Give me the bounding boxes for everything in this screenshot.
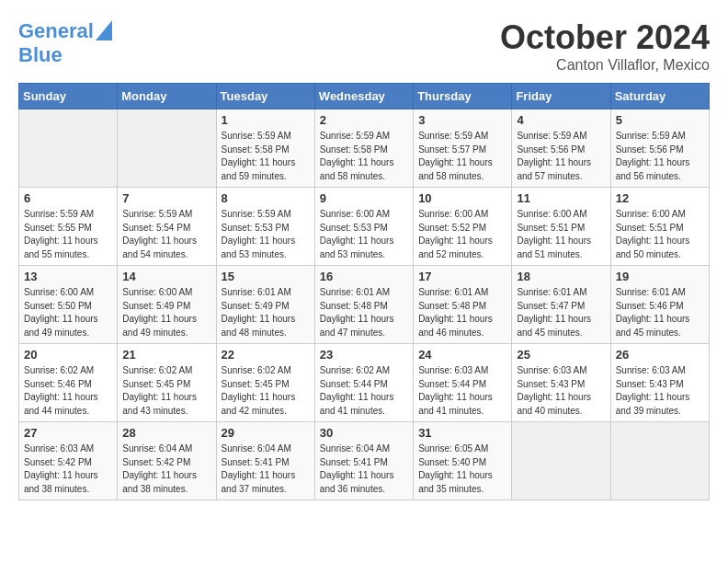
day-number: 16: [320, 270, 408, 283]
calendar-cell: 16Sunrise: 6:01 AM Sunset: 5:48 PM Dayli…: [314, 266, 413, 344]
calendar-cell: [610, 422, 709, 500]
weekday-header-saturday: Saturday: [610, 84, 709, 109]
day-info: Sunrise: 6:04 AM Sunset: 5:41 PM Dayligh…: [320, 442, 408, 496]
day-number: 17: [418, 270, 506, 283]
calendar-cell: 23Sunrise: 6:02 AM Sunset: 5:44 PM Dayli…: [314, 344, 413, 422]
day-info: Sunrise: 5:59 AM Sunset: 5:57 PM Dayligh…: [418, 130, 506, 183]
day-info: Sunrise: 5:59 AM Sunset: 5:54 PM Dayligh…: [122, 208, 210, 261]
calendar-cell: 17Sunrise: 6:01 AM Sunset: 5:48 PM Dayli…: [414, 266, 512, 344]
calendar-header: SundayMondayTuesdayWednesdayThursdayFrid…: [19, 84, 710, 109]
day-info: Sunrise: 5:59 AM Sunset: 5:58 PM Dayligh…: [222, 130, 310, 183]
calendar-cell: [118, 109, 216, 188]
calendar-cell: 18Sunrise: 6:01 AM Sunset: 5:47 PM Dayli…: [512, 266, 610, 344]
day-info: Sunrise: 6:02 AM Sunset: 5:45 PM Dayligh…: [122, 364, 210, 418]
day-info: Sunrise: 6:03 AM Sunset: 5:43 PM Dayligh…: [517, 364, 605, 418]
calendar-cell: 30Sunrise: 6:04 AM Sunset: 5:41 PM Dayli…: [314, 422, 413, 500]
day-number: 21: [122, 348, 210, 362]
calendar-cell: 21Sunrise: 6:02 AM Sunset: 5:45 PM Dayli…: [118, 344, 216, 422]
day-info: Sunrise: 6:00 AM Sunset: 5:50 PM Dayligh…: [24, 286, 112, 339]
calendar-cell: 11Sunrise: 6:00 AM Sunset: 5:51 PM Dayli…: [512, 188, 610, 266]
title-block: October 2024 Canton Villaflor, Mexico: [500, 18, 710, 74]
day-number: 11: [517, 191, 605, 205]
day-number: 8: [222, 191, 310, 205]
calendar-cell: 14Sunrise: 6:00 AM Sunset: 5:49 PM Dayli…: [118, 266, 216, 344]
weekday-header-row: SundayMondayTuesdayWednesdayThursdayFrid…: [19, 84, 710, 109]
calendar-title: October 2024: [500, 18, 710, 57]
day-number: 18: [517, 270, 605, 283]
day-number: 24: [418, 348, 506, 362]
calendar-cell: 12Sunrise: 6:00 AM Sunset: 5:51 PM Dayli…: [610, 188, 709, 266]
calendar-cell: 24Sunrise: 6:03 AM Sunset: 5:44 PM Dayli…: [414, 344, 512, 422]
calendar-cell: 2Sunrise: 5:59 AM Sunset: 5:58 PM Daylig…: [314, 109, 413, 188]
day-number: 2: [320, 113, 408, 127]
day-number: 19: [616, 270, 704, 283]
day-number: 26: [616, 348, 704, 362]
day-info: Sunrise: 5:59 AM Sunset: 5:56 PM Dayligh…: [616, 130, 704, 183]
svg-marker-0: [96, 20, 112, 40]
day-number: 20: [24, 348, 112, 362]
day-number: 31: [418, 426, 506, 440]
day-info: Sunrise: 6:05 AM Sunset: 5:40 PM Dayligh…: [418, 442, 506, 496]
day-number: 4: [517, 113, 605, 127]
day-number: 3: [418, 113, 506, 127]
calendar-week-row: 6Sunrise: 5:59 AM Sunset: 5:55 PM Daylig…: [19, 188, 710, 266]
calendar-cell: 20Sunrise: 6:02 AM Sunset: 5:46 PM Dayli…: [19, 344, 118, 422]
weekday-header-wednesday: Wednesday: [314, 84, 413, 109]
calendar-subtitle: Canton Villaflor, Mexico: [500, 57, 710, 74]
calendar-cell: 15Sunrise: 6:01 AM Sunset: 5:49 PM Dayli…: [216, 266, 314, 344]
day-info: Sunrise: 6:04 AM Sunset: 5:42 PM Dayligh…: [122, 442, 210, 496]
day-info: Sunrise: 6:00 AM Sunset: 5:49 PM Dayligh…: [122, 286, 210, 339]
day-info: Sunrise: 6:03 AM Sunset: 5:43 PM Dayligh…: [616, 364, 704, 418]
day-number: 5: [616, 113, 704, 127]
day-info: Sunrise: 6:01 AM Sunset: 5:46 PM Dayligh…: [616, 286, 704, 339]
calendar-week-row: 13Sunrise: 6:00 AM Sunset: 5:50 PM Dayli…: [19, 266, 710, 344]
calendar-table: SundayMondayTuesdayWednesdayThursdayFrid…: [18, 83, 710, 500]
calendar-cell: 26Sunrise: 6:03 AM Sunset: 5:43 PM Dayli…: [610, 344, 709, 422]
day-info: Sunrise: 6:01 AM Sunset: 5:49 PM Dayligh…: [222, 286, 310, 339]
calendar-cell: 8Sunrise: 5:59 AM Sunset: 5:53 PM Daylig…: [216, 188, 314, 266]
day-info: Sunrise: 6:00 AM Sunset: 5:51 PM Dayligh…: [517, 208, 605, 261]
calendar-cell: 7Sunrise: 5:59 AM Sunset: 5:54 PM Daylig…: [118, 188, 216, 266]
calendar-cell: 28Sunrise: 6:04 AM Sunset: 5:42 PM Dayli…: [118, 422, 216, 500]
calendar-cell: 29Sunrise: 6:04 AM Sunset: 5:41 PM Dayli…: [216, 422, 314, 500]
calendar-cell: 27Sunrise: 6:03 AM Sunset: 5:42 PM Dayli…: [19, 422, 118, 500]
calendar-cell: 13Sunrise: 6:00 AM Sunset: 5:50 PM Dayli…: [19, 266, 118, 344]
logo: General Blue: [18, 18, 112, 66]
day-info: Sunrise: 6:01 AM Sunset: 5:48 PM Dayligh…: [418, 286, 506, 339]
day-number: 9: [320, 191, 408, 205]
day-number: 13: [24, 270, 112, 283]
day-info: Sunrise: 6:00 AM Sunset: 5:52 PM Dayligh…: [418, 208, 506, 261]
weekday-header-sunday: Sunday: [19, 84, 118, 109]
day-number: 10: [418, 191, 506, 205]
weekday-header-tuesday: Tuesday: [216, 84, 314, 109]
day-info: Sunrise: 5:59 AM Sunset: 5:53 PM Dayligh…: [222, 208, 310, 261]
calendar-week-row: 27Sunrise: 6:03 AM Sunset: 5:42 PM Dayli…: [19, 422, 710, 500]
day-number: 28: [122, 426, 210, 440]
day-number: 30: [320, 426, 408, 440]
calendar-cell: [512, 422, 610, 500]
calendar-cell: 22Sunrise: 6:02 AM Sunset: 5:45 PM Dayli…: [216, 344, 314, 422]
calendar-cell: 10Sunrise: 6:00 AM Sunset: 5:52 PM Dayli…: [414, 188, 512, 266]
weekday-header-monday: Monday: [118, 84, 216, 109]
weekday-header-friday: Friday: [512, 84, 610, 109]
logo-text-blue: Blue: [18, 44, 63, 66]
day-number: 12: [616, 191, 704, 205]
logo-triangle-icon: [96, 20, 112, 40]
day-number: 6: [24, 191, 112, 205]
calendar-cell: 9Sunrise: 6:00 AM Sunset: 5:53 PM Daylig…: [314, 188, 413, 266]
day-info: Sunrise: 6:00 AM Sunset: 5:53 PM Dayligh…: [320, 208, 408, 261]
calendar-week-row: 20Sunrise: 6:02 AM Sunset: 5:46 PM Dayli…: [19, 344, 710, 422]
day-info: Sunrise: 6:01 AM Sunset: 5:48 PM Dayligh…: [320, 286, 408, 339]
calendar-cell: 6Sunrise: 5:59 AM Sunset: 5:55 PM Daylig…: [19, 188, 118, 266]
day-number: 27: [24, 426, 112, 440]
day-info: Sunrise: 6:03 AM Sunset: 5:42 PM Dayligh…: [24, 442, 112, 496]
day-info: Sunrise: 5:59 AM Sunset: 5:56 PM Dayligh…: [517, 130, 605, 183]
page-header: General Blue October 2024 Canton Villafl…: [18, 18, 710, 74]
day-info: Sunrise: 6:00 AM Sunset: 5:51 PM Dayligh…: [616, 208, 704, 261]
day-info: Sunrise: 6:02 AM Sunset: 5:46 PM Dayligh…: [24, 364, 112, 418]
calendar-cell: 1Sunrise: 5:59 AM Sunset: 5:58 PM Daylig…: [216, 109, 314, 188]
day-number: 23: [320, 348, 408, 362]
day-info: Sunrise: 6:02 AM Sunset: 5:45 PM Dayligh…: [222, 364, 310, 418]
calendar-cell: 4Sunrise: 5:59 AM Sunset: 5:56 PM Daylig…: [512, 109, 610, 188]
calendar-cell: 25Sunrise: 6:03 AM Sunset: 5:43 PM Dayli…: [512, 344, 610, 422]
